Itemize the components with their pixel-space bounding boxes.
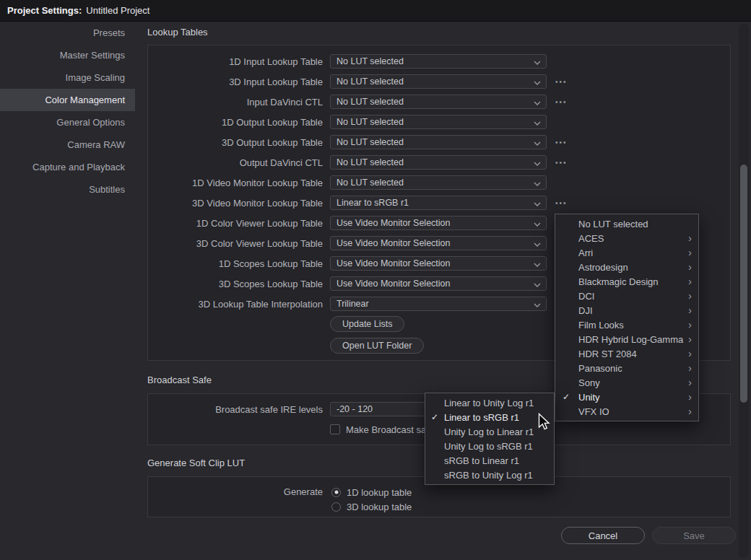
dropdown-3d-color-viewer-lookup-table[interactable]: Use Video Monitor Selection [330, 236, 547, 250]
lut-row-label: 3D Color Viewer Lookup Table [148, 238, 323, 249]
dropdown-3d-input-lookup-table[interactable]: No LUT selected [330, 74, 547, 89]
sidebar-item-color-management[interactable]: Color Management [0, 89, 135, 111]
scrollbar-thumb[interactable] [740, 165, 747, 403]
lut-row-label: 1D Scopes Lookup Table [148, 258, 323, 269]
sidebar-item-master-settings[interactable]: Master Settings [0, 44, 135, 66]
menu-item-dji[interactable]: ✓ DJI › [555, 303, 698, 318]
open-lut-folder-button[interactable]: Open LUT Folder [330, 338, 424, 354]
title-bar: Project Settings: Untitled Project [0, 0, 751, 22]
sidebar-item-label: Color Management [45, 95, 125, 105]
radio-option-label: 3D lookup table [347, 502, 412, 512]
dropdown-3d-lookup-table-interpolation[interactable]: Trilinear [330, 297, 547, 311]
lut-row-label: 3D Output Lookup Table [148, 137, 323, 148]
chevron-right-icon: › [688, 319, 692, 330]
generate-radio-group: 1D lookup table 3D lookup table [331, 485, 412, 514]
more-options-button[interactable]: ••• [555, 159, 568, 167]
dropdown-1d-output-lookup-table[interactable]: No LUT selected [330, 115, 547, 129]
menu-item-vfx-io[interactable]: ✓ VFX IO › [555, 404, 698, 419]
chevron-down-icon [534, 182, 541, 186]
project-settings-window: Project Settings: Untitled Project Prese… [0, 0, 751, 560]
sidebar-item-label: General Options [56, 117, 125, 128]
sidebar-item-label: Presets [93, 27, 125, 38]
radio-option-1d-lookup-table[interactable]: 1D lookup table [331, 485, 412, 499]
dropdown-1d-video-monitor-lookup-table[interactable]: No LUT selected [330, 175, 547, 190]
lut-row-label: 3D Video Monitor Lookup Table [148, 198, 323, 209]
soft-clip-section-title: Generate Soft Clip LUT [147, 458, 245, 468]
sidebar-item-capture-and-playback[interactable]: Capture and Playback [0, 156, 135, 178]
lut-row: 3D Video Monitor Lookup Table Linear to … [148, 193, 730, 213]
generate-row: Generate 1D lookup table 3D lookup table [148, 485, 730, 514]
sidebar: Presets Master Settings Image Scaling Co… [0, 22, 135, 201]
dropdown-value: Use Video Monitor Selection [331, 279, 451, 289]
dropdown-value: Use Video Monitor Selection [331, 218, 451, 228]
checkmark-icon: ✓ [431, 412, 438, 422]
menu-item-hdr-st-2084[interactable]: ✓ HDR ST 2084 › [555, 346, 698, 361]
submenu-item-linear-to-unity-log-r1[interactable]: ✓ Linear to Unity Log r1 [425, 395, 554, 410]
lut-row-label: 3D Lookup Table Interpolation [148, 299, 323, 310]
lut-row: 1D Input Lookup Table No LUT selected ••… [148, 51, 730, 71]
chevron-right-icon: › [688, 247, 692, 258]
submenu-item-unity-log-to-srgb-r1[interactable]: ✓ Unity Log to sRGB r1 [425, 439, 554, 453]
chevron-down-icon [534, 303, 541, 307]
save-button[interactable]: Save [652, 527, 736, 544]
lut-row-label: 3D Scopes Lookup Table [148, 279, 323, 289]
dropdown-1d-color-viewer-lookup-table[interactable]: Use Video Monitor Selection [330, 216, 547, 230]
chevron-right-icon: › [688, 333, 692, 344]
menu-item-aces[interactable]: ✓ ACES › [555, 231, 698, 245]
chevron-down-icon [534, 283, 541, 287]
menu-item-arri[interactable]: ✓ Arri › [555, 245, 698, 260]
project-name: Untitled Project [86, 5, 149, 16]
sidebar-item-label: Image Scaling [66, 72, 125, 83]
menu-item-label: Arri [578, 248, 593, 258]
more-options-button[interactable]: ••• [555, 98, 568, 106]
dropdown-3d-output-lookup-table[interactable]: No LUT selected [330, 135, 547, 149]
chevron-right-icon: › [688, 348, 692, 359]
sidebar-item-image-scaling[interactable]: Image Scaling [0, 66, 135, 89]
lut-row-label: Output DaVinci CTL [148, 157, 323, 168]
menu-item-astrodesign[interactable]: ✓ Astrodesign › [555, 260, 698, 274]
dropdown-1d-scopes-lookup-table[interactable]: Use Video Monitor Selection [330, 256, 547, 271]
menu-item-sony[interactable]: ✓ Sony › [555, 375, 698, 390]
menu-item-hdr-hybrid-log-gamma[interactable]: ✓ HDR Hybrid Log-Gamma › [555, 332, 698, 346]
dropdown-input-davinci-ctl[interactable]: No LUT selected [330, 95, 547, 109]
make-broadcast-safe-checkbox[interactable] [330, 424, 340, 434]
menu-item-label: No LUT selected [578, 219, 648, 229]
dropdown-output-davinci-ctl[interactable]: No LUT selected [330, 155, 547, 170]
menu-item-dci[interactable]: ✓ DCI › [555, 289, 698, 303]
menu-item-label: Sony [578, 377, 600, 388]
sidebar-item-presets[interactable]: Presets [0, 22, 135, 44]
submenu-item-srgb-to-linear-r1[interactable]: ✓ sRGB to Linear r1 [425, 453, 554, 468]
submenu-item-label: Unity Log to Linear r1 [444, 426, 534, 437]
sidebar-item-subtitles[interactable]: Subtitles [0, 178, 135, 201]
radio-option-3d-lookup-table[interactable]: 3D lookup table [331, 499, 412, 514]
menu-item-no-lut-selected[interactable]: ✓ No LUT selected › [555, 216, 698, 231]
sidebar-item-camera-raw[interactable]: Camera RAW [0, 134, 135, 156]
unity-submenu: ✓ Linear to Unity Log r1 ✓ Linear to sRG… [425, 393, 555, 485]
submenu-item-unity-log-to-linear-r1[interactable]: ✓ Unity Log to Linear r1 [425, 424, 554, 439]
dropdown-1d-input-lookup-table[interactable]: No LUT selected [330, 54, 547, 69]
more-options-button[interactable]: ••• [555, 78, 568, 86]
sidebar-item-label: Capture and Playback [32, 162, 125, 172]
chevron-down-icon [534, 101, 541, 105]
dropdown-3d-video-monitor-lookup-table[interactable]: Linear to sRGB r1 [330, 196, 547, 210]
more-options-button[interactable]: ••• [555, 199, 568, 207]
menu-item-blackmagic-design[interactable]: ✓ Blackmagic Design › [555, 274, 698, 289]
chevron-down-icon [534, 61, 541, 65]
window-title: Project Settings: [7, 5, 82, 16]
lut-row-label: 1D Color Viewer Lookup Table [148, 218, 323, 229]
menu-item-panasonic[interactable]: ✓ Panasonic › [555, 361, 698, 375]
lut-row: 1D Video Monitor Lookup Table No LUT sel… [148, 172, 730, 193]
submenu-item-srgb-to-unity-log-r1[interactable]: ✓ sRGB to Unity Log r1 [425, 468, 554, 482]
more-options-button[interactable]: ••• [555, 139, 568, 146]
lut-row-label: 1D Output Lookup Table [148, 117, 323, 128]
submenu-item-label: Linear to Unity Log r1 [444, 398, 534, 408]
cancel-button[interactable]: Cancel [561, 527, 645, 544]
menu-item-unity[interactable]: ✓ Unity › [555, 390, 698, 404]
menu-item-label: Film Looks [578, 320, 624, 331]
update-lists-button[interactable]: Update Lists [330, 316, 404, 332]
chevron-right-icon: › [688, 377, 692, 388]
submenu-item-linear-to-srgb-r1[interactable]: ✓ Linear to sRGB r1 [425, 410, 554, 424]
dropdown-3d-scopes-lookup-table[interactable]: Use Video Monitor Selection [330, 276, 547, 291]
menu-item-film-looks[interactable]: ✓ Film Looks › [555, 318, 698, 332]
sidebar-item-general-options[interactable]: General Options [0, 111, 135, 134]
